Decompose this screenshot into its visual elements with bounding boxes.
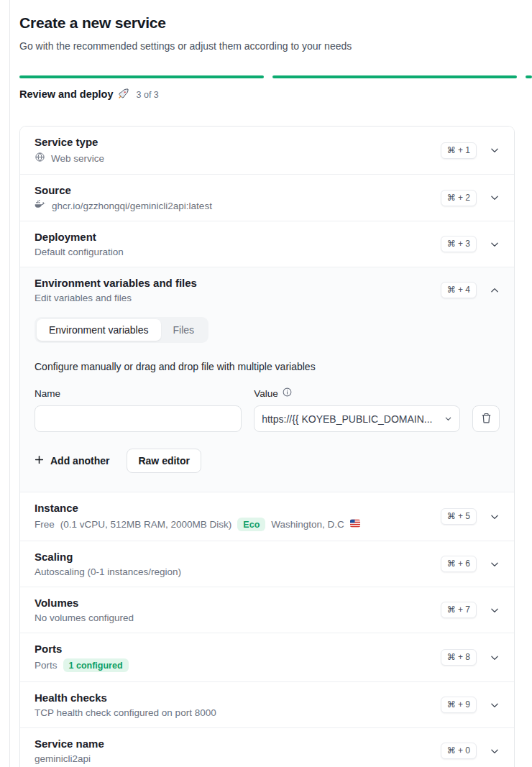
globe-icon <box>35 152 45 165</box>
value-label: Value <box>254 388 278 399</box>
raw-editor-button[interactable]: Raw editor <box>127 449 201 473</box>
rocket-icon <box>118 88 129 102</box>
env-variables-panel: Environment variables Files Configure ma… <box>20 313 514 492</box>
env-actions: Add another Raw editor <box>35 449 500 473</box>
accordion-row-env-vars[interactable]: Environment variables and files Edit var… <box>20 267 514 313</box>
accordion-row-volumes[interactable]: Volumes No volumes configured ⌘ + 7 <box>20 587 514 633</box>
page-subtitle: Go with the recommended settings or adju… <box>19 40 515 52</box>
eco-badge: Eco <box>237 518 265 531</box>
row-title: Health checks <box>35 692 216 704</box>
step-indicator: Review and deploy 3 of 3 <box>19 86 515 101</box>
step-count: 3 of 3 <box>137 90 159 100</box>
progress-segment-2 <box>272 75 517 78</box>
row-title: Service name <box>35 738 104 750</box>
row-subtitle: geminicli2api <box>35 753 91 764</box>
chevron-down-icon[interactable] <box>490 605 500 615</box>
accordion-row-instance[interactable]: Instance Free (0.1 vCPU, 512MB RAM, 2000… <box>20 492 514 541</box>
instance-plan: Free <box>35 519 55 530</box>
shortcut-badge: ⌘ + 2 <box>441 190 477 206</box>
us-flag-icon <box>350 518 360 531</box>
ports-configured-badge: 1 configured <box>63 658 129 672</box>
plus-icon <box>35 455 44 467</box>
page-title: Create a new service <box>19 14 515 32</box>
shortcut-badge: ⌘ + 9 <box>441 697 477 713</box>
row-subtitle: Ports <box>35 660 58 671</box>
trash-icon <box>480 412 492 426</box>
accordion-row-deployment[interactable]: Deployment Default configuration ⌘ + 3 <box>20 221 514 267</box>
env-value-selected: https://{{ KOYEB_PUBLIC_DOMAIN... <box>262 413 432 425</box>
env-name-input[interactable] <box>35 405 242 432</box>
shortcut-badge: ⌘ + 3 <box>441 236 477 252</box>
row-subtitle: Autoscaling (0-1 instances/region) <box>35 566 181 577</box>
chevron-down-icon[interactable] <box>490 746 500 756</box>
accordion-section-env-expanded: Environment variables and files Edit var… <box>20 267 514 492</box>
shortcut-badge: ⌘ + 4 <box>441 282 477 298</box>
env-value-select[interactable]: https://{{ KOYEB_PUBLIC_DOMAIN... <box>254 405 460 432</box>
row-title: Volumes <box>35 597 134 609</box>
shortcut-badge: ⌘ + 7 <box>441 602 477 618</box>
accordion-row-service-type[interactable]: Service type Web service ⌘ + 1 <box>20 127 514 174</box>
name-label: Name <box>35 388 242 399</box>
chevron-down-icon[interactable] <box>490 559 500 569</box>
row-title: Ports <box>35 643 129 655</box>
shortcut-badge: ⌘ + 8 <box>441 649 477 666</box>
row-subtitle: TCP health check configured on port 8000 <box>35 707 216 718</box>
row-subtitle: Edit variables and files <box>35 293 132 303</box>
row-title: Environment variables and files <box>35 277 197 289</box>
delete-variable-button[interactable] <box>472 405 500 432</box>
chevron-down-icon[interactable] <box>490 239 500 249</box>
row-title: Scaling <box>35 551 181 563</box>
accordion-row-ports[interactable]: Ports Ports 1 configured ⌘ + 8 <box>20 633 514 681</box>
row-subtitle: No volumes configured <box>35 612 134 623</box>
chevron-down-icon[interactable] <box>490 145 500 155</box>
accordion-row-service-name[interactable]: Service name geminicli2api ⌘ + 0 <box>20 727 514 767</box>
shortcut-badge: ⌘ + 0 <box>441 743 477 759</box>
step-label: Review and deploy <box>19 88 114 100</box>
row-subtitle: ghcr.io/gzzhongqi/geminicli2api:latest <box>52 201 212 211</box>
info-icon[interactable] <box>283 387 292 399</box>
accordion-row-health-checks[interactable]: Health checks TCP health check configure… <box>20 681 514 727</box>
env-variable-row: Name Value https://{{ KOYEB_PUBLIC_DOMAI… <box>35 387 500 432</box>
chevron-down-icon[interactable] <box>490 653 500 663</box>
instance-specs: (0.1 vCPU, 512MB RAM, 2000MB Disk) <box>60 519 232 530</box>
chevron-down-icon[interactable] <box>490 700 500 710</box>
docker-icon <box>35 200 46 211</box>
row-subtitle: Default configuration <box>35 247 124 257</box>
row-title: Deployment <box>35 231 124 243</box>
tab-files[interactable]: Files <box>161 319 207 341</box>
row-subtitle: Web service <box>51 153 104 164</box>
row-title: Instance <box>35 502 360 514</box>
progress-segment-3 <box>526 75 532 78</box>
step-progress-bar <box>19 75 532 78</box>
env-config-hint: Configure manually or drag and drop file… <box>35 361 500 372</box>
add-another-button[interactable]: Add another <box>35 455 109 467</box>
row-title: Source <box>35 184 212 196</box>
review-accordion-card: Service type Web service ⌘ + 1 Source gh… <box>19 126 515 767</box>
shortcut-badge: ⌘ + 5 <box>441 508 477 525</box>
chevron-down-icon <box>444 413 452 426</box>
row-title: Service type <box>35 136 104 148</box>
create-service-page: Create a new service Go with the recomme… <box>0 0 532 767</box>
env-tabs: Environment variables Files <box>35 317 208 343</box>
progress-segment-1 <box>19 75 264 78</box>
shortcut-badge: ⌘ + 6 <box>441 556 477 572</box>
tab-environment-variables[interactable]: Environment variables <box>37 319 161 341</box>
shortcut-badge: ⌘ + 1 <box>441 142 477 159</box>
instance-region: Washington, D.C <box>271 519 344 530</box>
chevron-down-icon[interactable] <box>490 193 500 203</box>
accordion-row-source[interactable]: Source ghcr.io/gzzhongqi/geminicli2api:l… <box>20 174 514 221</box>
chevron-down-icon[interactable] <box>490 512 500 522</box>
chevron-up-icon[interactable] <box>490 285 500 295</box>
accordion-row-scaling[interactable]: Scaling Autoscaling (0-1 instances/regio… <box>20 541 514 587</box>
add-another-label: Add another <box>50 455 109 467</box>
